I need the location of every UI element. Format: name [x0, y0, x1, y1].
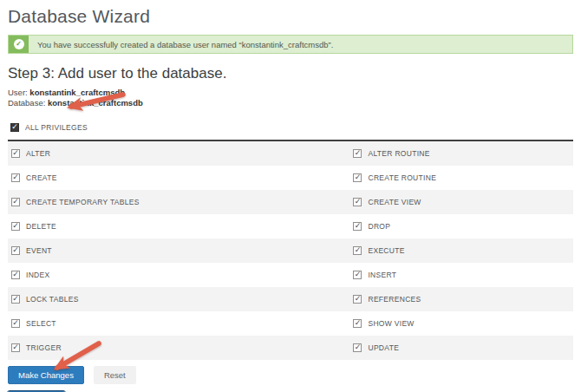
page-title: Database Wizard: [8, 0, 573, 27]
privilege-label: LOCK TABLES: [26, 295, 79, 304]
button-row: Make Changes Reset: [8, 366, 573, 384]
checkbox-checked-icon[interactable]: ✓: [11, 271, 20, 279]
privilege-label: ALTER ROUTINE: [368, 149, 429, 158]
privilege-label: ALTER: [26, 149, 50, 158]
privilege-row: ✓CREATE✓CREATE ROUTINE: [8, 166, 573, 190]
privilege-label: DELETE: [26, 222, 56, 231]
database-value: konstantink_craftcmsdb: [48, 98, 143, 108]
checkbox-checked-icon[interactable]: ✓: [11, 246, 20, 255]
privilege-cell-execute: ✓EXECUTE: [349, 246, 573, 255]
user-value: konstantink_craftcmsdb: [29, 88, 125, 97]
database-wizard-page: Database Wizard ✓ You have successfully …: [0, 0, 581, 392]
privilege-label: CREATE ROUTINE: [368, 173, 436, 182]
privilege-cell-create-temporary-tables: ✓CREATE TEMPORARY TABLES: [8, 198, 349, 206]
privilege-row: ✓ALTER✓ALTER ROUTINE: [8, 141, 573, 166]
checkbox-checked-icon[interactable]: ✓: [353, 319, 362, 328]
user-line: User: konstantink_craftcmsdb: [8, 88, 573, 98]
privilege-row: ✓INDEX✓INSERT: [8, 263, 573, 287]
success-banner-accent: ✓: [9, 36, 29, 53]
success-banner-text: You have successfully created a database…: [29, 40, 333, 49]
checkbox-checked-icon[interactable]: ✓: [11, 295, 20, 304]
privilege-cell-create-view: ✓CREATE VIEW: [349, 198, 573, 206]
privilege-label: INSERT: [368, 271, 396, 279]
database-line: Database: konstantink_craftcmsdb: [8, 98, 573, 108]
privileges-table: ✓ALTER✓ALTER ROUTINE✓CREATE✓CREATE ROUTI…: [8, 141, 573, 360]
checkbox-checked-icon[interactable]: ✓: [11, 319, 20, 328]
privilege-row: ✓LOCK TABLES✓REFERENCES: [8, 287, 573, 311]
checkbox-checked-icon[interactable]: ✓: [353, 246, 362, 255]
privilege-cell-insert: ✓INSERT: [349, 271, 573, 279]
privilege-row: ✓SELECT✓SHOW VIEW: [8, 311, 573, 336]
privilege-cell-delete: ✓DELETE: [8, 222, 349, 231]
privilege-label: CREATE VIEW: [368, 198, 421, 206]
step-heading: Step 3: Add user to the database.: [8, 65, 573, 82]
privilege-label: EVENT: [26, 246, 52, 255]
privilege-label: SHOW VIEW: [368, 319, 414, 328]
privilege-cell-show-view: ✓SHOW VIEW: [349, 319, 573, 328]
checkbox-checked-icon[interactable]: ✓: [11, 343, 20, 352]
privilege-cell-event: ✓EVENT: [8, 246, 349, 255]
checkbox-checked-icon[interactable]: ✓: [11, 222, 20, 231]
privilege-cell-lock-tables: ✓LOCK TABLES: [8, 295, 349, 304]
user-database-meta: User: konstantink_craftcmsdb Database: k…: [8, 88, 573, 108]
all-privileges-row: ✓ ALL PRIVILEGES: [8, 120, 573, 140]
privilege-row: ✓EVENT✓EXECUTE: [8, 238, 573, 263]
success-banner: ✓ You have successfully created a databa…: [8, 35, 573, 54]
privilege-cell-trigger: ✓TRIGGER: [8, 343, 349, 352]
privilege-row: ✓CREATE TEMPORARY TABLES✓CREATE VIEW: [8, 190, 573, 214]
checkbox-checked-icon[interactable]: ✓: [353, 173, 362, 182]
privilege-row: ✓DELETE✓DROP: [8, 214, 573, 238]
checkbox-checked-icon[interactable]: ✓: [11, 173, 20, 182]
database-label: Database:: [8, 98, 45, 108]
check-circle-icon: ✓: [14, 39, 24, 49]
privilege-cell-create: ✓CREATE: [8, 173, 349, 182]
privilege-label: TRIGGER: [26, 343, 62, 352]
checkbox-checked-icon[interactable]: ✓: [353, 295, 362, 304]
checkbox-checked-icon[interactable]: ✓: [11, 198, 20, 206]
privilege-label: UPDATE: [368, 343, 399, 352]
privilege-cell-alter: ✓ALTER: [8, 149, 349, 158]
privilege-label: EXECUTE: [368, 246, 404, 255]
privilege-cell-alter-routine: ✓ALTER ROUTINE: [349, 149, 573, 158]
privilege-label: INDEX: [26, 271, 49, 279]
checkbox-checked-icon[interactable]: ✓: [353, 271, 362, 279]
privilege-cell-index: ✓INDEX: [8, 271, 349, 279]
privilege-cell-update: ✓UPDATE: [349, 343, 573, 352]
privilege-label: REFERENCES: [368, 295, 421, 304]
checkbox-checked-icon[interactable]: ✓: [353, 149, 362, 158]
user-label: User:: [8, 88, 28, 97]
reset-button[interactable]: Reset: [94, 366, 136, 384]
privilege-label: CREATE: [26, 173, 57, 182]
privilege-cell-create-routine: ✓CREATE ROUTINE: [349, 173, 573, 182]
privilege-label: DROP: [368, 222, 390, 231]
checkbox-checked-icon[interactable]: ✓: [353, 198, 362, 206]
all-privileges-checkbox-checked-icon[interactable]: ✓: [10, 123, 19, 132]
all-privileges-label: ALL PRIVILEGES: [25, 123, 88, 132]
checkbox-checked-icon[interactable]: ✓: [353, 343, 362, 352]
privilege-cell-select: ✓SELECT: [8, 319, 349, 328]
privilege-row: ✓TRIGGER✓UPDATE: [8, 336, 573, 360]
privilege-cell-drop: ✓DROP: [349, 222, 573, 231]
checkbox-checked-icon[interactable]: ✓: [11, 149, 20, 158]
privilege-label: CREATE TEMPORARY TABLES: [26, 198, 140, 206]
privilege-cell-references: ✓REFERENCES: [349, 295, 573, 304]
privilege-label: SELECT: [26, 319, 56, 328]
checkbox-checked-icon[interactable]: ✓: [353, 222, 362, 231]
make-changes-button[interactable]: Make Changes: [8, 366, 84, 384]
